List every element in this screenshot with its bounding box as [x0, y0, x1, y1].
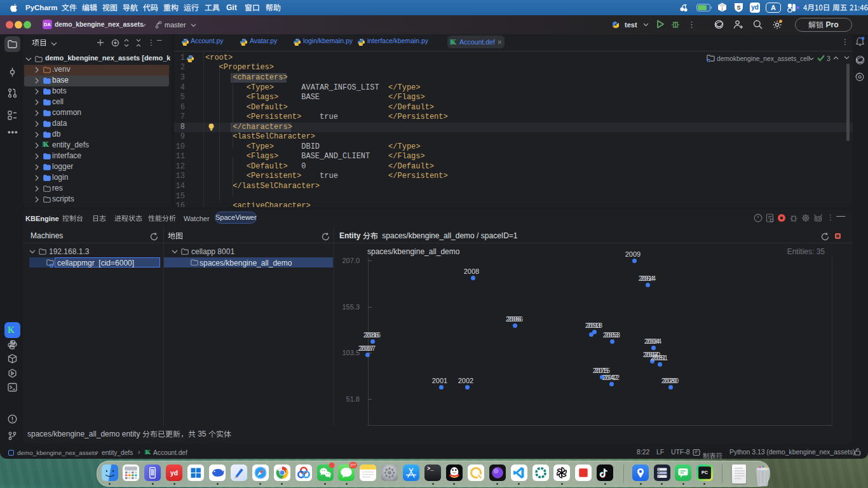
- svg-text:S: S: [736, 4, 740, 11]
